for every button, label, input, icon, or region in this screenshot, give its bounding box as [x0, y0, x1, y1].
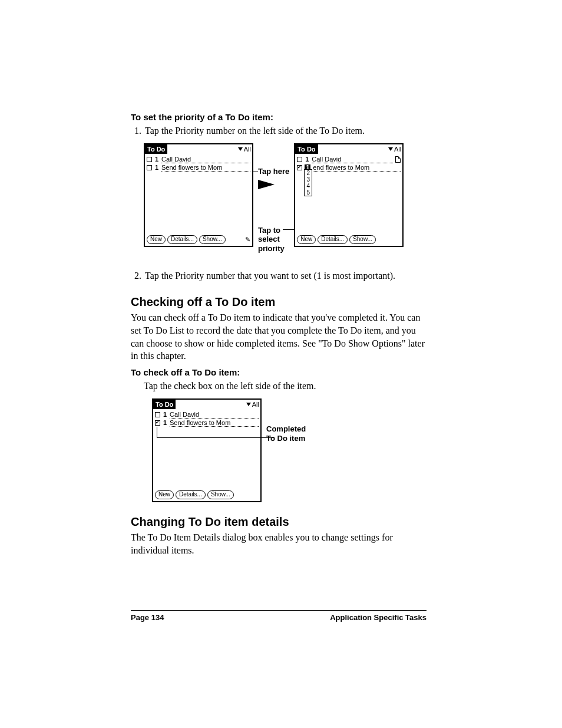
callout-tap-select-priority: Tap to select priority	[258, 216, 289, 262]
checkbox-icon	[147, 157, 152, 162]
procedure-heading-set-priority: To set the priority of a To Do item:	[131, 112, 427, 122]
body-checking-off: You can check off a To Do item to indica…	[131, 311, 427, 362]
todo-item-label: Send flowers to Mom	[170, 419, 259, 427]
palm-title: To Do	[153, 400, 176, 409]
priority-number: 1	[305, 156, 309, 163]
note-icon	[395, 156, 401, 163]
priority-number: 1	[163, 419, 167, 426]
figure-callouts: Tap here Tap to select priority	[258, 143, 289, 262]
procedure-heading-check-off: To check off a To Do item:	[131, 367, 427, 377]
page: To set the priority of a To Do item: Tap…	[0, 0, 562, 728]
palm-title: To Do	[295, 144, 318, 154]
priority-popup: 2 3 4 5	[304, 169, 312, 196]
todo-item-label: Call David	[312, 156, 393, 163]
dropdown-icon	[388, 147, 393, 151]
callout-tap-here: Tap here	[258, 167, 289, 176]
palm-screen-checked: To Do All 1 Call David ✔ 1 Send flowers …	[152, 398, 262, 502]
body-changing-details: The To Do Item Details dialog box enable…	[131, 531, 427, 556]
priority-number: 1	[163, 411, 167, 418]
figure-1: To Do All 1 Call David 1 Send flowers to…	[144, 143, 427, 262]
priority-number: 1	[154, 156, 159, 163]
todo-item-label: end flowers to Mom	[313, 164, 401, 172]
checkbox-icon: ✔	[297, 165, 302, 170]
checkbox-icon	[147, 165, 152, 170]
arrow-right-icon	[258, 180, 275, 189]
figure-2: To Do All 1 Call David ✔ 1 Send flowers …	[152, 398, 427, 502]
palm-category: All	[244, 146, 251, 153]
pen-icon: ✎	[245, 236, 250, 243]
show-button: Show...	[207, 490, 234, 499]
todo-row: 1 Send flowers to Mom	[147, 163, 250, 172]
step-2: Tap the Priority number that you want to…	[144, 269, 427, 282]
step-1: Tap the Priority number on the left side…	[144, 124, 427, 137]
checkbox-icon	[155, 412, 160, 417]
checkbox-icon	[297, 157, 302, 162]
todo-row: 1 Call David	[147, 155, 250, 163]
callout-completed-item: Completed To Do item	[266, 398, 306, 443]
details-button: Details...	[167, 235, 197, 244]
page-footer: Page 134 Application Specific Tasks	[131, 610, 427, 622]
priority-number: 1	[154, 164, 159, 171]
palm-category: All	[394, 146, 401, 153]
new-button: New	[297, 235, 316, 244]
heading-changing-details: Changing To Do item details	[131, 515, 427, 529]
details-button: Details...	[318, 235, 348, 244]
details-button: Details...	[176, 490, 206, 499]
show-button: Show...	[199, 235, 226, 244]
checkbox-checked-icon: ✔	[155, 420, 160, 426]
procedure-step-check-off: Tap the check box on the left side of th…	[144, 380, 427, 393]
todo-item-label: Call David	[170, 411, 259, 419]
todo-row: 1 Call David	[155, 410, 259, 419]
heading-checking-off: Checking off a To Do item	[131, 295, 427, 309]
todo-item-label: Call David	[161, 156, 250, 163]
todo-row: ✔ 1 end flowers to Mom	[297, 163, 401, 172]
new-button: New	[147, 235, 166, 244]
palm-category: All	[252, 401, 259, 408]
steps-list-1-cont: Tap the Priority number that you want to…	[131, 269, 427, 282]
footer-section-title: Application Specific Tasks	[330, 613, 427, 622]
steps-list-1: Tap the Priority number on the left side…	[131, 124, 427, 137]
todo-row: 1 Call David	[297, 155, 401, 163]
palm-screen-right: To Do All 1 Call David ✔ 1 end flowers t…	[294, 143, 404, 247]
dropdown-icon	[246, 403, 251, 406]
palm-title: To Do	[145, 144, 167, 154]
todo-row: ✔ 1 Send flowers to Mom	[155, 419, 259, 427]
new-button: New	[155, 490, 174, 499]
show-button: Show...	[349, 235, 376, 244]
dropdown-icon	[238, 147, 243, 151]
footer-page-number: Page 134	[131, 613, 164, 622]
todo-item-label: Send flowers to Mom	[161, 164, 250, 172]
palm-screen-left: To Do All 1 Call David 1 Send flowers to…	[144, 143, 253, 247]
